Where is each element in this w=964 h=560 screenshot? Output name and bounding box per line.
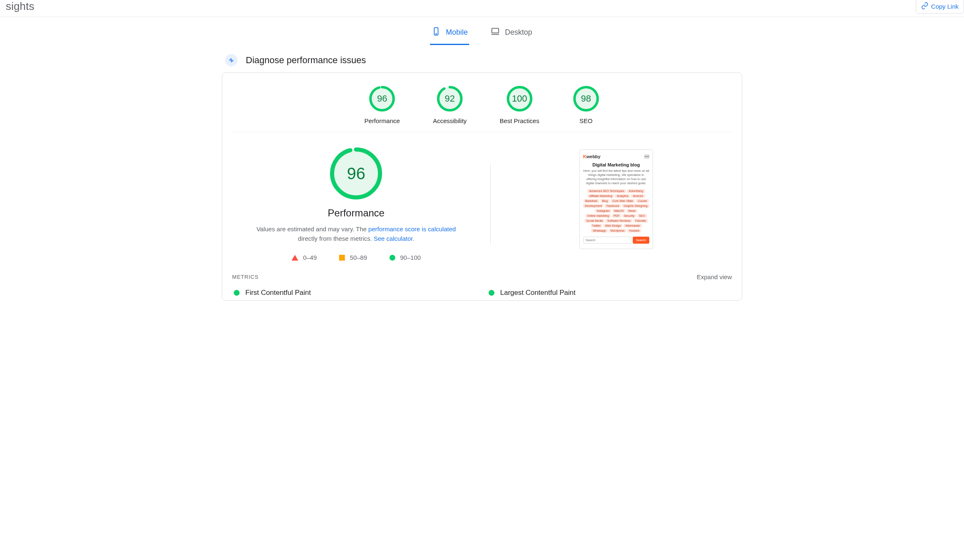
preview-tag: Advanced SEO Techniques [587, 189, 626, 193]
preview-title: Digital Marketing blog [583, 162, 649, 167]
preview-tag: Whatsapp [591, 229, 608, 233]
metric-name: Largest Contentful Paint [500, 289, 575, 297]
legend-good: 90–100 [400, 254, 421, 261]
preview-tag: Online marketing [586, 214, 611, 218]
svg-rect-2 [492, 28, 499, 33]
gauge-value: 100 [506, 85, 533, 112]
gauge-label: SEO [579, 117, 593, 124]
gauge-value: 92 [436, 85, 463, 112]
report-card: 96 Performance 92 Accessibility 100 Best… [222, 72, 742, 301]
metric-row[interactable]: Largest Contentful Paint [487, 285, 732, 300]
preview-tag: Instagram [595, 209, 611, 213]
circle-icon [389, 255, 395, 261]
preview-tags: Advanced SEO TechniquesAdvertisingAffili… [583, 189, 649, 233]
gauge-best-practices[interactable]: 100 Best Practices [500, 85, 539, 124]
preview-tag: Advertising [627, 189, 645, 193]
preview-tag: Wordpress [609, 229, 626, 233]
preview-tag: Tutorials [634, 219, 648, 223]
metric-row[interactable]: First Contentful Paint [232, 285, 477, 300]
preview-tag: MacOS [613, 209, 625, 213]
performance-score-large: 96 [330, 147, 382, 200]
performance-label-large: Performance [328, 207, 385, 219]
svg-point-1 [436, 33, 437, 34]
preview-tag: Core Web Vitals [611, 199, 635, 203]
preview-tag: Blog [601, 199, 610, 203]
score-legend: 0–49 50–89 90–100 [292, 254, 421, 261]
gauge-ring: 96 [368, 85, 396, 112]
status-dot-icon [489, 290, 494, 296]
performance-detail: 96 Performance Values are estimated and … [232, 147, 480, 261]
gauges-row: 96 Performance 92 Accessibility 100 Best… [232, 83, 732, 132]
triangle-icon [292, 255, 298, 261]
preview-tag: Android [631, 194, 644, 198]
metric-name: First Contentful Paint [245, 289, 311, 297]
copy-link-button[interactable]: Copy Link [916, 0, 964, 14]
section-title: Diagnose performance issues [246, 55, 366, 66]
performance-description: Values are estimated and may vary. The p… [249, 225, 463, 243]
preview-tag: Social Media [584, 219, 604, 223]
page-screenshot-preview: Kwebby Digital Marketing blog Here, you … [579, 149, 653, 249]
tab-desktop-label: Desktop [505, 28, 532, 37]
compass-icon [225, 54, 237, 66]
gauge-label: Performance [364, 117, 400, 124]
link-score-calculated[interactable]: performance score is calculated [368, 225, 456, 233]
preview-tag: Facebook [605, 204, 621, 208]
vertical-divider [490, 164, 491, 244]
tab-mobile-label: Mobile [446, 28, 468, 37]
gauge-ring: 92 [436, 85, 463, 112]
preview-search-button: Search [633, 237, 649, 244]
copy-link-label: Copy Link [931, 3, 959, 10]
metrics-grid: First Contentful PaintLargest Contentful… [232, 285, 732, 300]
tab-mobile[interactable]: Mobile [430, 24, 469, 45]
expand-view-toggle[interactable]: Expand view [697, 273, 732, 280]
preview-tag: Development [583, 204, 603, 208]
preview-tag: SEO [637, 214, 647, 218]
preview-tag: Webmaster [624, 224, 642, 228]
preview-logo: Kwebby [583, 154, 601, 159]
preview-tag: Backlinks [584, 199, 599, 203]
hamburger-icon [644, 155, 649, 159]
preview-subtitle: Here, you will find the latest tips and … [583, 169, 649, 186]
gauge-ring: 100 [506, 85, 533, 112]
preview-tag: Software Reviews [605, 219, 632, 223]
preview-tag: Affiliate Marketing [588, 194, 614, 198]
gauge-value: 96 [368, 85, 396, 112]
link-see-calculator[interactable]: See calculator [374, 235, 413, 242]
desktop-icon [491, 27, 500, 38]
gauge-label: Best Practices [500, 117, 539, 124]
gauge-label: Accessibility [433, 117, 467, 124]
brand-text: sights [6, 0, 34, 13]
gauge-value: 98 [572, 85, 600, 112]
header-divider [0, 17, 964, 17]
mobile-icon [432, 27, 441, 38]
square-icon [339, 255, 345, 261]
legend-mid: 50–89 [350, 254, 367, 261]
preview-tag: Analytics [615, 194, 630, 198]
gauge-ring: 98 [572, 85, 600, 112]
preview-tag: News [627, 209, 637, 213]
preview-tag: Course [636, 199, 649, 203]
gauge-seo[interactable]: 98 SEO [572, 85, 600, 124]
link-icon [921, 2, 928, 11]
tab-desktop[interactable]: Desktop [489, 24, 534, 45]
gauge-accessibility[interactable]: 92 Accessibility [433, 85, 467, 124]
preview-tag: PDF [612, 214, 621, 218]
gauge-performance[interactable]: 96 Performance [364, 85, 400, 124]
preview-tag: Youtube [627, 229, 641, 233]
status-dot-icon [234, 290, 240, 296]
preview-tag: Graphic Designing [622, 204, 649, 208]
preview-search-input [583, 237, 631, 244]
metrics-heading: METRICS [232, 274, 259, 280]
device-tabs: Mobile Desktop [0, 24, 964, 45]
legend-bad: 0–49 [303, 254, 317, 261]
performance-gauge-large: 96 [330, 147, 382, 200]
preview-tag: Twitter [591, 224, 603, 228]
preview-tag: Web Design [603, 224, 622, 228]
preview-tag: Security [622, 214, 636, 218]
